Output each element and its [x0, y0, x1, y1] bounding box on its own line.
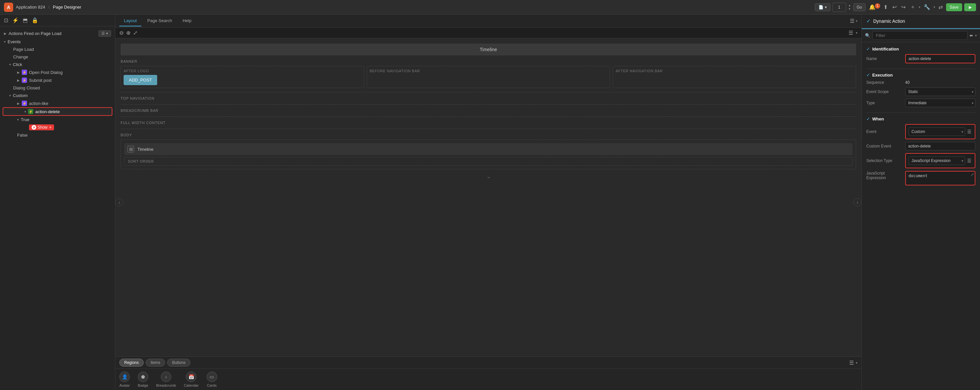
- canvas-menu-icon[interactable]: ☰: [848, 30, 853, 36]
- custom-arrow: ▾: [9, 94, 11, 98]
- zoom-in-icon[interactable]: ⊕: [126, 30, 130, 36]
- avatar-icon: 👤: [119, 371, 130, 382]
- show-action-item[interactable]: ✕ Show: [0, 123, 115, 131]
- event-scope-select[interactable]: Static Dynamic: [905, 88, 975, 96]
- open-post-dialog-item[interactable]: ▶ ⚡ Open Post Dialog: [0, 68, 115, 76]
- action-like-item[interactable]: ▶ ⚡ action-like: [0, 99, 115, 107]
- before-nav-label: BEFORE NAVIGATION BAR: [370, 69, 607, 73]
- actions-fired-section[interactable]: ▶ Actions Fired on Page Load ☰ ▾: [0, 29, 115, 38]
- undo-icon[interactable]: ↩: [891, 3, 898, 11]
- selection-type-select[interactable]: JavaScript Expression jQuery Selector Re…: [908, 157, 965, 165]
- show-badge: ✕ Show: [29, 125, 54, 130]
- page-name: Page Designer: [53, 5, 81, 10]
- left-panel-toolbar: ⊡ ⚡ ⬒ 🔒: [0, 14, 115, 26]
- tab-menu-icon[interactable]: ☰: [850, 18, 854, 24]
- tab-page-search[interactable]: Page Search: [143, 16, 177, 26]
- actions-filter-btn[interactable]: ☰ ▾: [99, 30, 111, 37]
- wrench-icon[interactable]: 🔧: [922, 3, 932, 11]
- identification-title: Identification: [872, 46, 899, 51]
- sp-arrow: ▶: [17, 78, 20, 82]
- event-select[interactable]: Custom Click Change: [908, 127, 965, 136]
- component-breadcrumb[interactable]: › Breadcrumb: [156, 371, 176, 387]
- open-post-dialog-label: Open Post Dialog: [29, 70, 63, 75]
- filter-options-icon[interactable]: ⬌: [969, 33, 973, 38]
- layout-icon[interactable]: ⊡: [4, 17, 8, 24]
- badge-icon: ⬟: [138, 371, 148, 382]
- click-label: Click: [13, 62, 22, 67]
- show-label: Show: [38, 125, 48, 129]
- page-number[interactable]: 1: [832, 3, 846, 12]
- action-delete-item[interactable]: ▾ ⚡ action-delete: [3, 107, 112, 116]
- lightning-nav-icon[interactable]: ⚡: [12, 17, 19, 24]
- selection-type-list-btn[interactable]: ☰: [966, 157, 972, 164]
- bottom-tab-buttons[interactable]: Buttons: [167, 359, 191, 366]
- right-filter-bar: 🔍 ⬌ ▾: [862, 29, 980, 42]
- click-section[interactable]: ▾ Click: [0, 61, 115, 68]
- actions-fired-arrow: ▶: [4, 32, 6, 35]
- canvas-nav-right[interactable]: ›: [853, 198, 861, 206]
- al-arrow: ▶: [17, 102, 20, 105]
- component-badge[interactable]: ⬟ Badge: [138, 371, 148, 387]
- bottom-tab-items[interactable]: Items: [146, 359, 165, 366]
- timeline-row[interactable]: ▤ Timeline: [124, 143, 853, 155]
- page-selector[interactable]: 📄 ▾: [815, 3, 830, 11]
- event-scope-label: Event Scope: [866, 90, 902, 94]
- lock-icon[interactable]: 🔒: [32, 17, 38, 24]
- dialog-closed-item[interactable]: Dialog Closed: [0, 84, 115, 92]
- type-select[interactable]: Immediate Deferred: [905, 99, 975, 107]
- share-icon[interactable]: ⬆: [882, 3, 889, 11]
- redo-icon[interactable]: ↪: [900, 3, 907, 11]
- banner-row: AFTER LOGO ADD_POST BEFORE NAVIGATION BA…: [121, 66, 856, 88]
- when-title: When: [872, 117, 884, 121]
- zoom-out-icon[interactable]: ⊖: [119, 30, 124, 36]
- sort-order-bar: SORT ORDER: [124, 157, 853, 166]
- expand-icon[interactable]: ⤢: [133, 30, 137, 36]
- change-item[interactable]: Change: [0, 53, 115, 61]
- page-num-down[interactable]: ▼: [848, 7, 851, 11]
- add-icon[interactable]: ＋: [909, 2, 917, 12]
- events-section[interactable]: ▾ Events: [0, 38, 115, 46]
- component-calendar[interactable]: 📅 Calendar: [184, 371, 199, 387]
- filter-chevron-icon: ▾: [975, 34, 977, 37]
- event-list-btn[interactable]: ☰: [966, 128, 972, 135]
- name-row: Name: [866, 54, 975, 63]
- custom-section[interactable]: ▾ Custom: [0, 92, 115, 99]
- tab-help[interactable]: Help: [178, 16, 196, 26]
- component-avatar[interactable]: 👤 Avatar: [119, 371, 130, 387]
- bottom-tab-menu-icon[interactable]: ☰: [849, 360, 854, 366]
- page-num-up[interactable]: ▲: [848, 4, 851, 7]
- save-button[interactable]: Save: [946, 3, 962, 11]
- go-button[interactable]: Go: [853, 3, 865, 11]
- center-panel: Layout Page Search Help ☰ ▾ ⊖ ⊕ ⤢ ☰ ▾ ‹ …: [115, 14, 861, 390]
- bottom-tab-regions[interactable]: Regions: [119, 359, 144, 366]
- run-button[interactable]: ▶: [964, 3, 976, 11]
- custom-event-input[interactable]: [905, 142, 975, 150]
- events-label: Events: [8, 39, 21, 44]
- dialog-closed-label: Dialog Closed: [13, 85, 40, 90]
- app-name: Application 824: [16, 5, 45, 10]
- change-label: Change: [13, 54, 28, 59]
- page-load-item[interactable]: Page Load: [0, 46, 115, 53]
- timeline-row-icon: ▤: [127, 146, 134, 152]
- canvas-nav-left[interactable]: ‹: [115, 198, 123, 206]
- component-cards[interactable]: ▭ Cards: [207, 371, 217, 387]
- share2-icon[interactable]: ⇄: [937, 3, 944, 11]
- js-expression-textarea-wrap: document ⤢: [905, 171, 975, 186]
- main-layout: ⊡ ⚡ ⬒ 🔒 ▶ Actions Fired on Page Load ☰ ▾…: [0, 14, 980, 390]
- submit-post-item[interactable]: ▶ ⚡ Submit post: [0, 76, 115, 84]
- filter-input[interactable]: [872, 31, 967, 40]
- true-section[interactable]: ▾ True: [0, 116, 115, 123]
- filter-chevron-icon: ▾: [106, 31, 108, 36]
- js-expression-textarea[interactable]: document: [905, 171, 975, 185]
- js-expression-expand-icon[interactable]: ⤢: [971, 172, 974, 177]
- name-input[interactable]: [905, 54, 975, 63]
- components-bar: 👤 Avatar ⬟ Badge › Breadcrumb 📅 Calendar…: [115, 369, 861, 390]
- shared-components-icon[interactable]: ⬒: [23, 17, 28, 24]
- add-post-button[interactable]: ADD_POST: [124, 75, 157, 85]
- scroll-indicator: ⌄: [121, 172, 856, 181]
- section-divider-exec-when: [866, 112, 975, 113]
- tab-layout[interactable]: Layout: [119, 16, 142, 26]
- bottom-tab-menu-chevron-icon: ▾: [856, 361, 858, 364]
- false-item[interactable]: False: [0, 131, 115, 139]
- canvas-area: ‹ › Timeline BANNER AFTER LOGO ADD_POST …: [115, 38, 861, 356]
